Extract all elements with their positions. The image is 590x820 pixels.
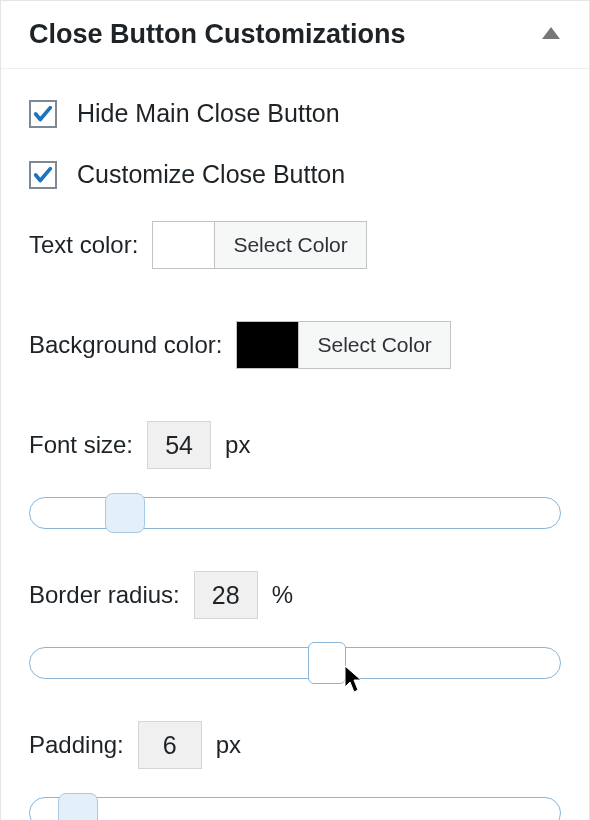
collapse-toggle[interactable] — [541, 26, 561, 44]
settings-panel: Close Button Customizations Hide Main Cl… — [0, 0, 590, 820]
chevron-up-icon — [541, 26, 561, 40]
panel-body: Hide Main Close Button Customize Close B… — [1, 69, 589, 820]
font-size-slider-wrap — [29, 497, 561, 529]
font-size-slider[interactable] — [29, 497, 561, 529]
padding-label: Padding: — [29, 731, 124, 759]
background-color-select-button[interactable]: Select Color — [299, 322, 449, 368]
customize-close-checkbox[interactable] — [29, 161, 57, 189]
padding-slider[interactable] — [29, 797, 561, 820]
text-color-row: Text color: Select Color — [29, 221, 561, 269]
font-size-row: Font size: px — [29, 421, 561, 469]
border-radius-label: Border radius: — [29, 581, 180, 609]
font-size-label: Font size: — [29, 431, 133, 459]
background-color-label: Background color: — [29, 331, 222, 359]
border-radius-slider-wrap — [29, 647, 561, 679]
background-color-picker: Select Color — [236, 321, 450, 369]
border-radius-row: Border radius: % — [29, 571, 561, 619]
padding-slider-wrap — [29, 797, 561, 820]
padding-slider-thumb[interactable] — [58, 793, 98, 820]
background-color-swatch[interactable] — [237, 322, 299, 368]
padding-row: Padding: px — [29, 721, 561, 769]
hide-main-close-checkbox[interactable] — [29, 100, 57, 128]
check-icon — [32, 164, 54, 186]
panel-title: Close Button Customizations — [29, 19, 406, 50]
text-color-select-button[interactable]: Select Color — [215, 222, 365, 268]
text-color-label: Text color: — [29, 231, 138, 259]
background-color-row: Background color: Select Color — [29, 321, 561, 369]
customize-close-row: Customize Close Button — [29, 160, 561, 189]
border-radius-slider-thumb[interactable] — [308, 642, 346, 684]
text-color-swatch[interactable] — [153, 222, 215, 268]
border-radius-unit: % — [272, 581, 293, 609]
check-icon — [32, 103, 54, 125]
font-size-unit: px — [225, 431, 250, 459]
hide-main-close-label: Hide Main Close Button — [77, 99, 340, 128]
font-size-input[interactable] — [147, 421, 211, 469]
font-size-slider-thumb[interactable] — [105, 493, 145, 533]
padding-input[interactable] — [138, 721, 202, 769]
panel-header: Close Button Customizations — [1, 1, 589, 69]
customize-close-label: Customize Close Button — [77, 160, 345, 189]
border-radius-slider[interactable] — [29, 647, 561, 679]
svg-marker-0 — [542, 27, 560, 39]
hide-main-close-row: Hide Main Close Button — [29, 99, 561, 128]
border-radius-input[interactable] — [194, 571, 258, 619]
padding-unit: px — [216, 731, 241, 759]
text-color-picker: Select Color — [152, 221, 366, 269]
